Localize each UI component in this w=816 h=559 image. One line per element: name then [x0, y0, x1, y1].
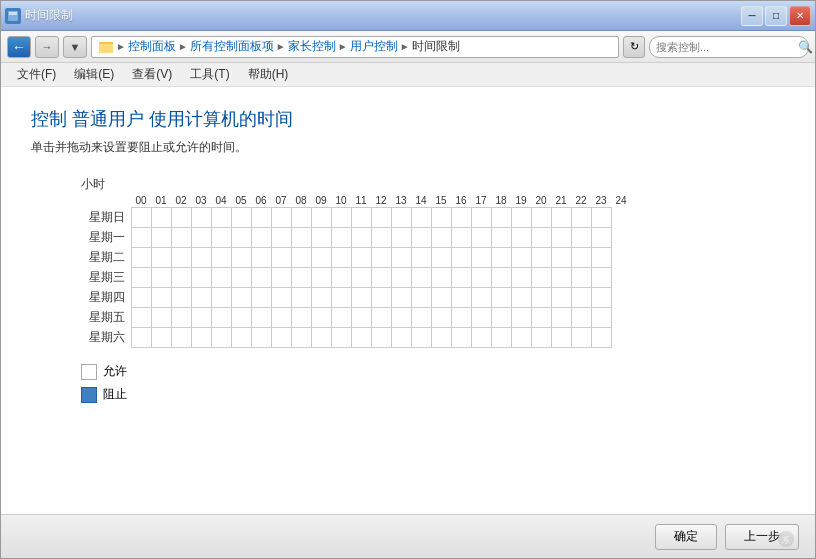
- grid-cell[interactable]: [372, 248, 392, 268]
- grid-cell[interactable]: [132, 308, 152, 328]
- menu-file[interactable]: 文件(F): [9, 64, 64, 85]
- grid-cell[interactable]: [372, 308, 392, 328]
- grid-cell[interactable]: [492, 308, 512, 328]
- grid-cell[interactable]: [172, 248, 192, 268]
- grid-cell[interactable]: [312, 248, 332, 268]
- grid-cell[interactable]: [392, 248, 412, 268]
- grid-cell[interactable]: [212, 268, 232, 288]
- grid-cell[interactable]: [152, 248, 172, 268]
- grid-cell[interactable]: [212, 288, 232, 308]
- grid-cell[interactable]: [472, 308, 492, 328]
- grid-cell[interactable]: [332, 328, 352, 348]
- grid-cell[interactable]: [392, 268, 412, 288]
- grid-cell[interactable]: [292, 248, 312, 268]
- breadcrumb-item-1[interactable]: 控制面板: [128, 38, 176, 55]
- grid-cell[interactable]: [552, 268, 572, 288]
- grid-cell[interactable]: [592, 328, 612, 348]
- grid-cell[interactable]: [512, 288, 532, 308]
- refresh-button[interactable]: ↻: [623, 36, 645, 58]
- grid-cell[interactable]: [272, 288, 292, 308]
- grid-cell[interactable]: [292, 268, 312, 288]
- grid-cell[interactable]: [232, 288, 252, 308]
- grid-cell[interactable]: [392, 288, 412, 308]
- grid-cell[interactable]: [552, 248, 572, 268]
- grid-cell[interactable]: [372, 288, 392, 308]
- grid-cell[interactable]: [432, 328, 452, 348]
- grid-cell[interactable]: [332, 208, 352, 228]
- grid-cell[interactable]: [312, 268, 332, 288]
- grid-cell[interactable]: [392, 228, 412, 248]
- grid-cell[interactable]: [452, 328, 472, 348]
- grid-cell[interactable]: [372, 268, 392, 288]
- grid-cell[interactable]: [412, 328, 432, 348]
- grid-cell[interactable]: [532, 268, 552, 288]
- forward-button[interactable]: →: [35, 36, 59, 58]
- grid-cell[interactable]: [492, 268, 512, 288]
- grid-cell[interactable]: [172, 328, 192, 348]
- grid-cell[interactable]: [452, 208, 472, 228]
- grid-cell[interactable]: [232, 268, 252, 288]
- grid-cell[interactable]: [192, 248, 212, 268]
- grid-cell[interactable]: [432, 308, 452, 328]
- grid-cell[interactable]: [592, 208, 612, 228]
- grid-cell[interactable]: [332, 248, 352, 268]
- grid-cell[interactable]: [132, 268, 152, 288]
- grid-cell[interactable]: [372, 328, 392, 348]
- grid-cell[interactable]: [232, 208, 252, 228]
- grid-cell[interactable]: [412, 248, 432, 268]
- breadcrumb-item-3[interactable]: 家长控制: [288, 38, 336, 55]
- grid-cell[interactable]: [132, 328, 152, 348]
- grid-cell[interactable]: [532, 208, 552, 228]
- grid-cell[interactable]: [412, 268, 432, 288]
- grid-cell[interactable]: [192, 328, 212, 348]
- grid-cell[interactable]: [512, 328, 532, 348]
- grid-cell[interactable]: [392, 208, 412, 228]
- grid-cell[interactable]: [572, 268, 592, 288]
- grid-cell[interactable]: [152, 228, 172, 248]
- grid-cell[interactable]: [552, 328, 572, 348]
- grid-cell[interactable]: [292, 208, 312, 228]
- menu-help[interactable]: 帮助(H): [240, 64, 297, 85]
- grid-cell[interactable]: [192, 288, 212, 308]
- grid-cell[interactable]: [572, 228, 592, 248]
- grid-cell[interactable]: [352, 308, 372, 328]
- grid-cell[interactable]: [192, 228, 212, 248]
- menu-tools[interactable]: 工具(T): [182, 64, 237, 85]
- grid-cell[interactable]: [292, 308, 312, 328]
- grid-cell[interactable]: [552, 288, 572, 308]
- grid-cell[interactable]: [412, 308, 432, 328]
- grid-cell[interactable]: [212, 328, 232, 348]
- grid-cell[interactable]: [352, 228, 372, 248]
- grid-cell[interactable]: [132, 208, 152, 228]
- grid-cell[interactable]: [452, 308, 472, 328]
- menu-edit[interactable]: 编辑(E): [66, 64, 122, 85]
- grid-cell[interactable]: [212, 208, 232, 228]
- grid-cell[interactable]: [372, 228, 392, 248]
- grid-cell[interactable]: [252, 248, 272, 268]
- grid-cell[interactable]: [352, 288, 372, 308]
- grid-cell[interactable]: [412, 208, 432, 228]
- grid-cell[interactable]: [152, 288, 172, 308]
- breadcrumb-item-2[interactable]: 所有控制面板项: [190, 38, 274, 55]
- grid-cell[interactable]: [592, 228, 612, 248]
- grid-cell[interactable]: [492, 228, 512, 248]
- grid-cell[interactable]: [572, 328, 592, 348]
- grid-cell[interactable]: [352, 268, 372, 288]
- grid-cell[interactable]: [452, 248, 472, 268]
- grid-cell[interactable]: [572, 248, 592, 268]
- grid-cell[interactable]: [272, 228, 292, 248]
- grid-cell[interactable]: [132, 248, 152, 268]
- grid-cell[interactable]: [472, 208, 492, 228]
- recent-button[interactable]: ▼: [63, 36, 87, 58]
- grid-cell[interactable]: [372, 208, 392, 228]
- grid-cell[interactable]: [272, 328, 292, 348]
- grid-cell[interactable]: [312, 328, 332, 348]
- grid-cell[interactable]: [432, 268, 452, 288]
- grid-cell[interactable]: [172, 208, 192, 228]
- grid-cell[interactable]: [172, 268, 192, 288]
- menu-view[interactable]: 查看(V): [124, 64, 180, 85]
- grid-cell[interactable]: [292, 228, 312, 248]
- grid-cell[interactable]: [152, 208, 172, 228]
- grid-cell[interactable]: [252, 268, 272, 288]
- grid-cell[interactable]: [152, 328, 172, 348]
